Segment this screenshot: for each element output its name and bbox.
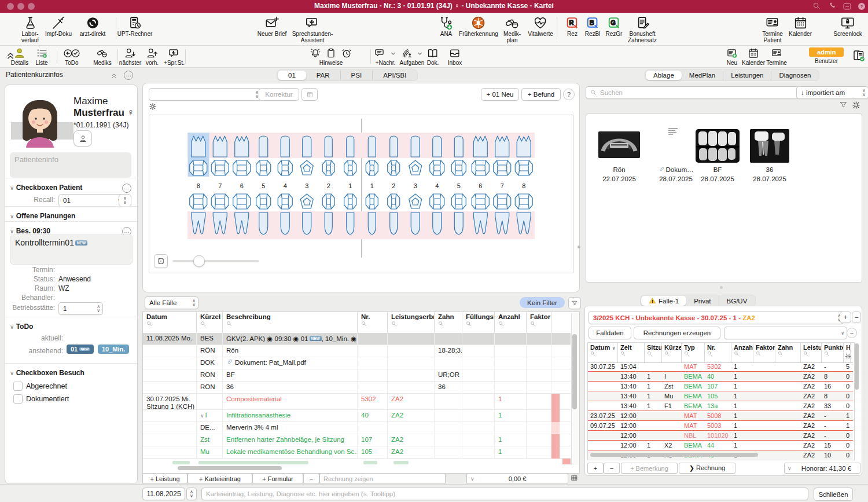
- sort-select[interactable]: ↓ importiert am∧∨: [796, 86, 868, 99]
- toolbar-button-spr-st[interactable]: +Spr.St.: [164, 47, 185, 67]
- toolbar-button-screenlock[interactable]: Screenlock: [833, 16, 862, 38]
- add-case-button[interactable]: +: [840, 312, 851, 323]
- date-field[interactable]: 11.08.2025: [142, 488, 185, 500]
- column-search-icon[interactable]: [530, 321, 551, 327]
- column-search-icon[interactable]: [200, 321, 222, 327]
- toolbar-button-nächster[interactable]: nächster: [119, 47, 141, 67]
- toolbar-button-hinweise[interactable]: Hinweise: [310, 47, 352, 67]
- zoom-slider-knob[interactable]: [193, 255, 205, 267]
- toolbar-button-kalender[interactable]: Kalender: [742, 47, 765, 67]
- case-filter-select[interactable]: Alle Fälle∧∨: [145, 296, 198, 309]
- falldaten-button[interactable]: Falldaten: [589, 327, 631, 339]
- amount-field[interactable]: ∨0,00 €: [466, 473, 568, 484]
- column-search-icon[interactable]: [226, 321, 357, 327]
- toolbar-button-kalender[interactable]: Kalender: [789, 16, 812, 38]
- toolbar-button-rez[interactable]: RRez: [565, 16, 580, 38]
- scrollbar-thumb[interactable]: [572, 334, 577, 409]
- tooth-chart[interactable]: 8765432112345678: [149, 115, 573, 273]
- table-row[interactable]: 11.08.2025 Mo.BESGKV(2. APK) ◉ 09:30 ◉ 0…: [143, 333, 571, 345]
- document-item-rn[interactable]: Rön22.07.2025: [594, 124, 644, 194]
- toolbar-button-vorh[interactable]: vorh.: [146, 47, 159, 67]
- rechnung-zeigen-field[interactable]: Rechnung zeigen: [319, 473, 446, 484]
- toolbar-button-ana[interactable]: ANA: [439, 16, 454, 38]
- toolbar-button-neu[interactable]: Neu: [726, 47, 738, 67]
- table-row[interactable]: 12:00NBL1010201ZA2-0: [588, 431, 853, 441]
- toolbar-button-liste[interactable]: Liste: [35, 47, 47, 67]
- column-search-icon[interactable]: [647, 351, 661, 357]
- todo-badge-01[interactable]: 01NEW: [67, 345, 94, 354]
- toolbar-button-rezgr[interactable]: GRezGr: [606, 16, 623, 38]
- collapse-icon[interactable]: [110, 71, 118, 79]
- toolbar-button-mediks[interactable]: Mediks: [93, 47, 112, 67]
- tab-psi[interactable]: PSI: [340, 71, 373, 80]
- grid-view-icon[interactable]: [571, 474, 578, 482]
- table-row[interactable]: 23.07.2512:00MAT50081ZA2-1: [588, 412, 853, 421]
- tab-privat[interactable]: Privat: [686, 296, 718, 306]
- toolbar-button-todo[interactable]: ToDo: [63, 47, 80, 67]
- add-row-button[interactable]: +: [587, 463, 604, 474]
- toolbar-button-termine[interactable]: Termine: [766, 47, 787, 67]
- document-item-36[interactable]: 3628.07.2025: [745, 124, 795, 194]
- column-search-icon[interactable]: [684, 351, 704, 357]
- table-row[interactable]: RÖNBFUR;OR: [143, 369, 571, 382]
- splitter-dot[interactable]: [720, 286, 723, 289]
- tab-diagnosen[interactable]: Diagnosen: [771, 71, 818, 80]
- remove-case-button[interactable]: −: [852, 312, 861, 323]
- patient-info-box[interactable]: Patienteninfo: [10, 152, 131, 178]
- search-input[interactable]: Suchen: [586, 86, 799, 99]
- entry-input[interactable]: Karteieintrag, Leistung, Diagnose etc. h…: [201, 488, 808, 500]
- termin-box[interactable]: Kontrolltermin01NEW: [10, 234, 133, 265]
- tab-medplan[interactable]: MedPlan: [682, 71, 723, 80]
- add-karteieintrag-button[interactable]: + Karteieintrag: [187, 473, 252, 484]
- window-icon[interactable]: [843, 2, 852, 11]
- table-row[interactable]: 12:001X2BEMA441ZA2150: [588, 441, 853, 450]
- table-row[interactable]: 30.07.2515:04MAT53021ZA2-5: [588, 362, 853, 372]
- horizontal-scrollbar-thumb[interactable]: [590, 453, 758, 457]
- add-bemerkung-button[interactable]: + Bemerkung: [621, 463, 678, 474]
- table-row[interactable]: 30.07.2025 Mi. Sitzung 1 (KCH)Compositem…: [143, 394, 571, 410]
- toolbar-button-bonusheft-zahnersatz[interactable]: Bonusheft Zahnersatz: [628, 16, 657, 43]
- splitter-dot[interactable]: [578, 245, 580, 248]
- toolbar-button-medik-plan[interactable]: Medik- plan: [503, 16, 521, 43]
- toolbar-button-impf-doku[interactable]: Impf-Doku: [45, 16, 72, 38]
- befund-button[interactable]: + Befund: [521, 88, 561, 101]
- honorar-box[interactable]: ∨Honorar: 41,30 €: [784, 463, 860, 474]
- toolbar-button-dok[interactable]: Dok.: [427, 47, 439, 67]
- table-row[interactable]: MuLokale medikamentöse Behandlung von Sc…: [143, 446, 571, 459]
- vertical-scrollbar-thumb[interactable]: [855, 343, 859, 390]
- rechnung-button[interactable]: ❯ Rechnung: [679, 463, 735, 474]
- phone-icon[interactable]: [828, 2, 837, 11]
- column-search-icon[interactable]: [803, 351, 821, 357]
- column-search-icon[interactable]: [620, 351, 644, 357]
- table-row[interactable]: DOKDokument: Pat_Mail.pdf: [143, 357, 571, 369]
- toolbar-button-inbox[interactable]: Inbox: [448, 47, 462, 67]
- user-badge[interactable]: adminBenutzer: [809, 47, 844, 64]
- toolbar-button-neuer-brief[interactable]: Neuer Brief: [258, 16, 287, 38]
- tab-api-sbi[interactable]: API/SBI: [372, 71, 417, 80]
- empty-select[interactable]: ∨: [724, 327, 847, 339]
- add-leistung-button[interactable]: + Leistung: [142, 473, 187, 484]
- section-checkboxen-besuch[interactable]: ∨ Checkboxen Besuch: [10, 369, 133, 378]
- case-select[interactable]: 3/2025 KCH - Unbekannte Kasse - 30.07.25…: [589, 311, 844, 324]
- toolbar-button-details[interactable]: Details: [11, 47, 29, 67]
- fit-zoom-button[interactable]: [154, 254, 168, 268]
- column-search-icon[interactable]: [361, 321, 387, 327]
- todo-badge-10min[interactable]: 10_Min.: [98, 345, 129, 354]
- column-search-icon[interactable]: [391, 321, 434, 327]
- table-row[interactable]: 13:401ZstBEMA1071ZA2160: [588, 382, 853, 391]
- checkbox-abgerechnet[interactable]: [13, 382, 23, 391]
- column-search-icon[interactable]: [664, 351, 681, 357]
- table-row[interactable]: DE...Merverin 3% 4 ml: [143, 422, 571, 434]
- help-icon[interactable]: ?: [857, 2, 866, 11]
- befund-select[interactable]: ∧∨: [149, 88, 262, 101]
- column-search-icon[interactable]: [824, 351, 843, 357]
- settings-gear-icon[interactable]: [852, 101, 860, 109]
- toolbar-button-arzt-direkt[interactable]: arzt-direkt: [80, 16, 105, 38]
- column-search-icon[interactable]: [466, 321, 494, 327]
- checkbox-dokumentiert[interactable]: [13, 394, 23, 404]
- column-search-icon[interactable]: [146, 321, 196, 327]
- korrektur-button[interactable]: Korrektur: [259, 88, 299, 101]
- betriebsstaette-select[interactable]: 1∧∨: [58, 302, 103, 315]
- search-icon[interactable]: [812, 2, 822, 11]
- column-search-icon[interactable]: [590, 351, 617, 357]
